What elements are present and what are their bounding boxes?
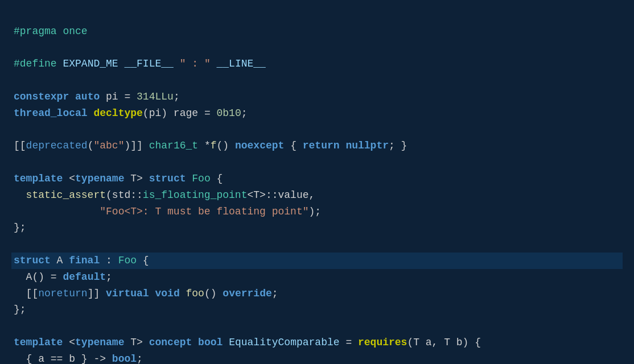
code-token: ; xyxy=(174,91,180,102)
code-token: : xyxy=(100,255,118,266)
code-token: is_floating_point xyxy=(143,189,248,201)
code-token: " : " xyxy=(180,58,211,69)
code-token: < xyxy=(63,173,75,184)
code-token: typename xyxy=(75,337,124,348)
code-line: template <typename T> concept bool Equal… xyxy=(11,334,623,351)
code-token: char16_t xyxy=(149,140,198,151)
code-token: pi = xyxy=(100,91,137,102)
code-token: requires xyxy=(358,337,407,348)
code-line: #pragma once xyxy=(11,23,623,40)
code-editor: #pragma once #define EXPAND_ME __FILE__ … xyxy=(11,7,623,364)
code-token xyxy=(340,140,346,151)
code-token: auto xyxy=(75,91,100,102)
code-token: A() = xyxy=(14,271,63,283)
code-token: ]] xyxy=(88,288,106,299)
code-line: #define EXPAND_ME __FILE__ " : " __LINE_… xyxy=(11,56,623,72)
code-token: "Foo<T>: T must be floating point" xyxy=(100,206,308,217)
code-token: { a == b } -> xyxy=(14,353,112,364)
code-token: ; xyxy=(272,288,278,299)
code-token: }; xyxy=(14,222,26,233)
code-token: ; xyxy=(241,107,248,119)
code-line: struct A final : Foo { xyxy=(11,253,623,269)
code-token: EXPAND_ME xyxy=(63,58,118,69)
code-token: struct xyxy=(149,173,186,184)
code-token: (T a, T b) { xyxy=(407,337,481,348)
code-token: bool xyxy=(198,337,223,348)
code-token: ; xyxy=(137,353,143,364)
code-token: struct xyxy=(14,255,51,266)
code-token: #pragma xyxy=(14,26,57,37)
code-token: "abc" xyxy=(93,140,124,151)
code-token: * xyxy=(198,140,211,151)
code-line: { a == b } -> bool; xyxy=(11,351,623,364)
code-token: [[ xyxy=(14,288,38,299)
code-line xyxy=(11,122,623,138)
code-token: Foo xyxy=(118,255,137,266)
code-line: [[deprecated("abc")]] char16_t *f() noex… xyxy=(11,138,623,154)
code-token: constexpr xyxy=(14,91,69,102)
code-token xyxy=(149,288,155,299)
code-line: "Foo<T>: T must be floating point"); xyxy=(11,204,623,220)
code-token: ); xyxy=(309,206,322,217)
code-token xyxy=(57,26,63,37)
code-token: noexcept xyxy=(235,140,284,151)
code-token: () xyxy=(217,140,235,151)
code-token: noreturn xyxy=(38,288,87,299)
code-token: [[ xyxy=(14,140,26,151)
code-token: <T>::value, xyxy=(247,189,315,201)
code-line xyxy=(11,72,623,89)
code-token: deprecated xyxy=(26,140,88,151)
code-token: ( xyxy=(88,140,94,151)
code-token: (std:: xyxy=(106,189,143,201)
code-line xyxy=(11,154,623,171)
code-token: once xyxy=(63,26,87,37)
code-token: { xyxy=(284,140,302,151)
code-token: typename xyxy=(75,173,124,184)
code-token: thread_local xyxy=(14,107,88,119)
code-token: #define xyxy=(14,58,57,69)
code-token: 314LLu xyxy=(137,91,174,102)
code-token xyxy=(192,337,198,348)
code-token: ; } xyxy=(389,140,407,151)
code-token: () xyxy=(204,288,223,299)
code-token xyxy=(69,91,75,102)
code-token: }; xyxy=(14,304,26,315)
code-token: final xyxy=(69,255,100,266)
code-token: (pi) rage = xyxy=(143,107,217,119)
code-token: f xyxy=(211,140,217,151)
code-line: A() = default; xyxy=(11,269,623,286)
code-token xyxy=(186,173,192,184)
code-token: T> xyxy=(124,337,149,348)
code-token: foo xyxy=(186,288,204,299)
code-token: nullptr xyxy=(345,140,389,151)
code-token: 0b10 xyxy=(216,107,241,119)
code-token: __FILE__ xyxy=(118,58,180,69)
code-token: concept xyxy=(149,337,192,348)
code-token: ; xyxy=(106,271,112,283)
code-token: default xyxy=(63,271,106,283)
code-token: static_assert xyxy=(14,189,106,201)
code-token: )]] xyxy=(124,140,149,151)
code-token: __LINE__ xyxy=(211,58,266,69)
code-token xyxy=(57,58,63,69)
code-token xyxy=(180,288,186,299)
code-token: A xyxy=(51,255,69,266)
code-token: < xyxy=(63,337,75,348)
code-token: { xyxy=(137,255,149,266)
code-line: }; xyxy=(11,220,623,236)
code-token: return xyxy=(303,140,340,151)
code-line: static_assert(std::is_floating_point<T>:… xyxy=(11,187,623,204)
code-token: T> xyxy=(124,173,149,184)
code-token: decltype xyxy=(93,107,142,119)
code-token: Foo xyxy=(192,173,210,184)
code-token: = xyxy=(340,337,358,348)
code-line: constexpr auto pi = 314LLu; xyxy=(11,89,623,105)
code-line: [[noreturn]] virtual void foo() override… xyxy=(11,286,623,302)
code-line xyxy=(11,318,623,334)
code-token: template xyxy=(14,337,63,348)
code-token: void xyxy=(155,288,179,299)
code-token: { xyxy=(211,173,223,184)
code-token: bool xyxy=(112,353,137,364)
code-token: template xyxy=(14,173,63,184)
code-token: EqualityComparable xyxy=(229,337,339,348)
